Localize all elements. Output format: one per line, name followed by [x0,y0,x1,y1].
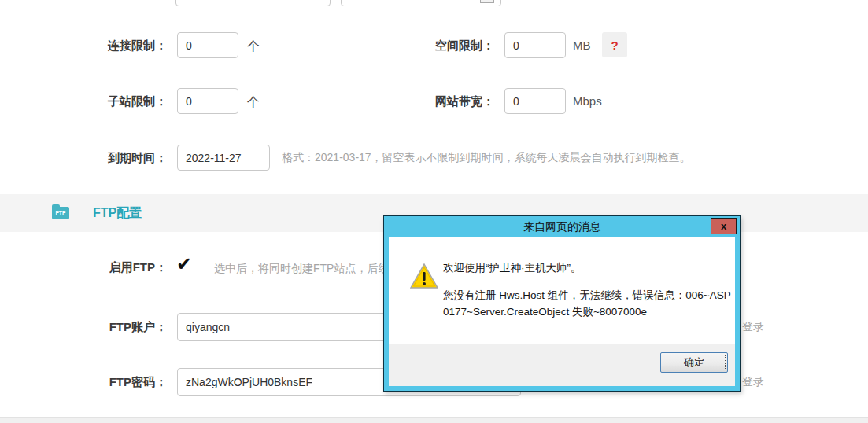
subsite-limit-unit: 个 [247,94,260,111]
message-dialog: 来自网页的消息 x 欢迎使用“护卫神·主机大师”。 您没有注册 Hws.Host… [383,215,741,392]
dialog-titlebar[interactable]: 来自网页的消息 [384,216,740,237]
warning-icon [410,263,438,289]
space-limit-unit: MB [573,39,591,52]
ftp-folder-icon: FTP [52,207,69,219]
ftp-folder-icon-label: FTP [52,210,69,215]
next-section-band [0,417,868,423]
truncated-select-right[interactable] [341,0,501,6]
bandwidth-label: 网站带宽： [327,94,494,109]
bandwidth-unit: Mbps [573,94,602,108]
spinner-button[interactable] [480,0,494,3]
dialog-message: 欢迎使用“护卫神·主机大师”。 您没有注册 Hws.Host 组件，无法继续，错… [443,260,736,321]
dialog-message-line1: 欢迎使用“护卫神·主机大师”。 [443,260,736,277]
checkmark-icon: ✔ [176,255,192,274]
help-button[interactable]: ? [602,32,627,57]
dialog-body: 欢迎使用“护卫神·主机大师”。 您没有注册 Hws.Host 组件，无法继续，错… [389,237,735,386]
connection-limit-unit: 个 [247,39,260,55]
connection-limit-label: 连接限制： [0,39,167,53]
dialog-title: 来自网页的消息 [523,220,600,233]
truncated-input-left[interactable] [175,0,331,6]
dialog-message-line3: 0177~Server.CreateObject 失败~8007000e [443,304,736,321]
connection-limit-input[interactable] [177,32,238,58]
expiry-label: 到期时间： [0,151,167,166]
close-icon: x [721,220,726,232]
ftp-password-hint: 登录 [742,375,764,389]
dialog-content: 欢迎使用“护卫神·主机大师”。 您没有注册 Hws.Host 组件，无法继续，错… [389,237,735,344]
ftp-account-label: FTP账户： [0,320,167,335]
enable-ftp-checkbox[interactable]: ✔ [175,259,190,274]
space-limit-label: 空间限制： [327,39,494,53]
space-limit-input[interactable] [504,32,566,58]
ftp-account-hint: 登录 [742,320,764,334]
ftp-password-label: FTP密码： [0,375,167,390]
bandwidth-input[interactable] [504,88,566,114]
page: 连接限制： 个 空间限制： MB ? 子站限制： 个 网站带宽： Mbps 到期… [0,0,868,423]
ftp-section-title: FTP配置 [93,205,142,222]
close-button[interactable]: x [711,218,737,234]
dialog-footer: 确定 [389,344,735,386]
dialog-message-line2: 您没有注册 Hws.Host 组件，无法继续，错误信息：006~ASP [443,288,736,304]
enable-ftp-hint: 选中后，将同时创建FTP站点，后续可 [214,262,400,276]
enable-ftp-label: 启用FTP： [0,260,167,275]
ok-button[interactable]: 确定 [660,352,728,373]
subsite-limit-label: 子站限制： [0,94,167,109]
subsite-limit-input[interactable] [177,88,238,114]
expiry-input[interactable] [177,145,270,171]
expiry-hint: 格式：2021-03-17，留空表示不限制到期时间，系统每天凌晨会自动执行到期检… [282,151,691,165]
